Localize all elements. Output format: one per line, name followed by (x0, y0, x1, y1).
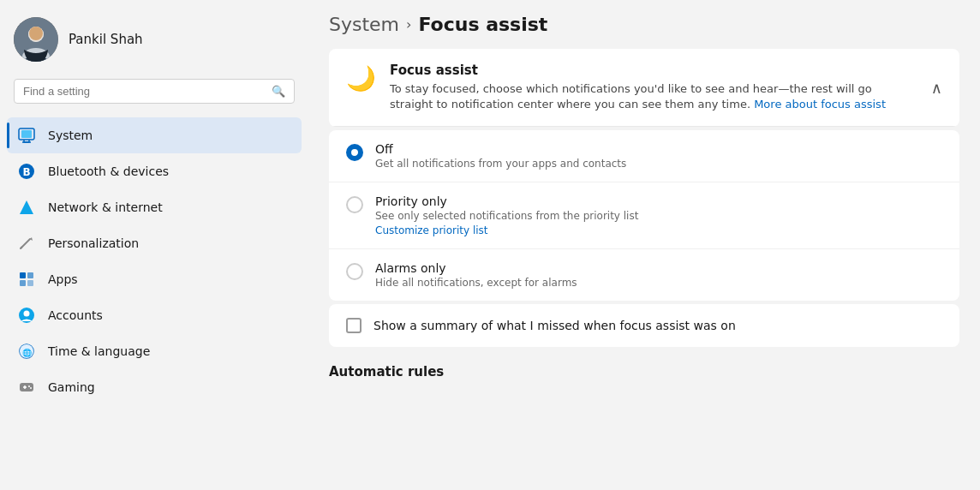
sidebar-item-label-network: Network & internet (48, 200, 163, 214)
svg-text:B: B (22, 166, 30, 178)
sidebar-item-time[interactable]: 🌐 Time & language (7, 333, 302, 369)
sidebar-item-apps[interactable]: Apps (7, 261, 302, 297)
radio-desc-alarms: Hide all notifications, except for alarm… (375, 277, 942, 289)
time-icon: 🌐 (17, 342, 36, 361)
svg-rect-14 (27, 272, 33, 278)
personalization-icon (17, 234, 36, 253)
svg-point-26 (30, 387, 32, 389)
svg-point-4 (29, 27, 43, 40)
sidebar-item-label-gaming: Gaming (48, 380, 95, 394)
svg-rect-6 (21, 130, 32, 138)
svg-point-25 (28, 385, 30, 387)
network-icon (17, 198, 36, 217)
svg-rect-16 (27, 280, 33, 286)
radio-title-off: Off (375, 142, 942, 156)
svg-rect-15 (20, 280, 26, 286)
breadcrumb-chevron: › (406, 16, 411, 33)
accounts-icon (17, 306, 36, 325)
card-title: Focus assist (390, 63, 917, 78)
card-description: To stay focused, choose which notificati… (390, 81, 917, 112)
radio-button-alarms[interactable] (346, 263, 363, 280)
main-content: System › Focus assist 🌙 Focus assist To … (308, 0, 980, 490)
radio-desc-off: Get all notifications from your apps and… (375, 158, 942, 170)
radio-label-alarms: Alarms only Hide all notifications, exce… (375, 261, 942, 289)
sidebar-item-gaming[interactable]: Gaming (7, 369, 302, 405)
apps-icon (17, 270, 36, 289)
radio-title-alarms: Alarms only (375, 261, 942, 275)
breadcrumb: System › Focus assist (329, 14, 959, 35)
sidebar-item-accounts[interactable]: Accounts (7, 297, 302, 333)
sidebar-item-system[interactable]: System (7, 117, 302, 153)
svg-text:🌐: 🌐 (22, 348, 33, 358)
breadcrumb-parent: System (329, 14, 399, 35)
profile-name: Pankil Shah (69, 32, 143, 47)
sidebar-item-label-time: Time & language (48, 344, 150, 358)
search-container: 🔍 (0, 75, 308, 114)
radio-option-priority[interactable]: Priority only See only selected notifica… (329, 182, 959, 249)
radio-button-off[interactable] (346, 144, 363, 161)
search-box[interactable]: 🔍 (14, 79, 295, 104)
radio-label-off: Off Get all notifications from your apps… (375, 142, 942, 170)
sidebar-item-label-apps: Apps (48, 272, 78, 286)
checkbox-option[interactable]: Show a summary of what I missed when foc… (329, 304, 959, 347)
more-about-link[interactable]: More about focus assist (754, 98, 886, 111)
sidebar-item-label-system: System (48, 128, 93, 142)
svg-marker-10 (20, 200, 33, 214)
breadcrumb-current: Focus assist (418, 14, 547, 35)
radio-desc-priority: See only selected notifications from the… (375, 210, 942, 222)
svg-rect-13 (20, 272, 26, 278)
radio-options-section: Off Get all notifications from your apps… (329, 130, 959, 301)
search-input[interactable] (23, 85, 265, 98)
radio-option-off[interactable]: Off Get all notifications from your apps… (329, 130, 959, 182)
search-icon: 🔍 (272, 85, 285, 98)
nav-list: System B Bluetooth & devices Network & i… (0, 114, 308, 490)
show-summary-checkbox[interactable] (346, 318, 362, 333)
checkbox-label: Show a summary of what I missed when foc… (373, 319, 736, 332)
bluetooth-icon: B (17, 162, 36, 181)
gaming-icon (17, 378, 36, 397)
radio-label-priority: Priority only See only selected notifica… (375, 194, 942, 236)
svg-point-18 (24, 311, 30, 317)
avatar-image (14, 17, 58, 62)
automatic-rules-title: Automatic rules (329, 357, 959, 386)
radio-option-alarms[interactable]: Alarms only Hide all notifications, exce… (329, 249, 959, 301)
svg-line-12 (21, 247, 22, 248)
sidebar-item-network[interactable]: Network & internet (7, 189, 302, 225)
sidebar-item-bluetooth[interactable]: B Bluetooth & devices (7, 153, 302, 189)
focus-assist-icon: 🌙 (346, 64, 376, 93)
sidebar-item-personalization[interactable]: Personalization (7, 225, 302, 261)
checkbox-section: Show a summary of what I missed when foc… (329, 304, 959, 347)
focus-assist-card: 🌙 Focus assist To stay focused, choose w… (329, 49, 959, 127)
sidebar-item-label-accounts: Accounts (48, 308, 103, 322)
card-header: 🌙 Focus assist To stay focused, choose w… (329, 49, 959, 127)
avatar (14, 17, 58, 62)
sidebar-item-label-bluetooth: Bluetooth & devices (48, 164, 169, 178)
card-header-text: Focus assist To stay focused, choose whi… (390, 63, 917, 112)
customize-priority-link[interactable]: Customize priority list (375, 224, 942, 236)
radio-button-priority[interactable] (346, 196, 363, 213)
profile-section: Pankil Shah (0, 0, 308, 75)
radio-title-priority: Priority only (375, 194, 942, 208)
collapse-chevron[interactable]: ∧ (931, 79, 942, 97)
sidebar-item-label-personalization: Personalization (48, 236, 139, 250)
sidebar: Pankil Shah 🔍 System B (0, 0, 308, 490)
system-icon (17, 126, 36, 145)
